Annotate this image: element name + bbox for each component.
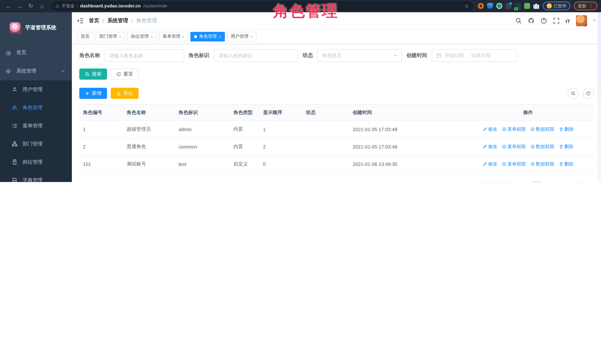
tab-label: 岗位管理 <box>131 33 149 40</box>
page-content: 角色名称 角色标识 状态 角色状态 ▼ 创建时间 <box>72 44 601 182</box>
github-icon[interactable] <box>528 17 534 24</box>
close-icon[interactable]: × <box>250 34 253 39</box>
breadcrumb-system[interactable]: 系统管理 <box>107 17 128 24</box>
dict-book-icon <box>12 177 17 182</box>
help-icon[interactable] <box>541 17 547 24</box>
trash-icon <box>559 127 563 131</box>
browser-menu-kebab-icon[interactable]: ⋮ <box>589 3 593 9</box>
date-range-separator: - <box>467 53 468 58</box>
close-icon[interactable]: × <box>182 34 185 39</box>
bookmark-star-icon[interactable]: ☆ <box>464 3 469 9</box>
edit-link[interactable]: 修改 <box>482 161 497 167</box>
sidebar-item-dict[interactable]: 字典管理 <box>0 171 72 182</box>
browser-scrollbar[interactable] <box>598 12 601 182</box>
browser-back-icon[interactable]: ← <box>4 1 13 11</box>
delete-link[interactable]: 删除 <box>559 161 574 167</box>
active-tab-dot <box>194 35 197 38</box>
sidebar-item-posts[interactable]: 岗位管理 <box>0 153 72 171</box>
sidebar-item-roles[interactable]: 角色管理 <box>0 98 72 117</box>
search-button[interactable]: 搜索 <box>79 69 107 80</box>
cell-role-name: 测试账号 <box>123 161 175 167</box>
menu-list-icon <box>12 123 17 128</box>
sidebar-fold-icon[interactable] <box>77 17 84 24</box>
security-label[interactable]: 不安全 <box>62 3 75 9</box>
sidebar-item-label: 菜单管理 <box>23 122 43 129</box>
edit-label: 修改 <box>488 126 497 132</box>
breadcrumb-home[interactable]: 首页 <box>89 17 99 24</box>
trash-icon <box>559 162 563 166</box>
extension-blue-drop-icon[interactable] <box>487 3 493 9</box>
edit-link[interactable]: 修改 <box>482 144 497 150</box>
breadcrumb-current: 角色管理 <box>136 17 157 24</box>
status-select[interactable]: 角色状态 ▼ <box>317 49 402 62</box>
table-row: 2 普通角色 common 内置 2 2021-01-05 17:03:48 修… <box>79 138 594 156</box>
tab-home[interactable]: 首页 <box>77 32 93 41</box>
data-permission-link[interactable]: 数据权限 <box>530 161 554 167</box>
menu-permission-link[interactable]: 菜单权限 <box>502 126 526 132</box>
export-button[interactable]: 导出 <box>111 88 139 99</box>
refresh-table-button[interactable] <box>583 88 594 99</box>
close-icon[interactable]: × <box>219 34 221 39</box>
menu-permission-link[interactable]: 菜单权限 <box>502 144 526 150</box>
font-size-icon[interactable]: tT <box>566 17 570 24</box>
date-range-picker[interactable]: 开始日期 - 结束日期 <box>431 49 517 62</box>
sidebar-item-menus[interactable]: 菜单管理 <box>0 117 72 135</box>
status-placeholder: 角色状态 <box>322 52 341 59</box>
close-icon[interactable]: × <box>119 34 121 39</box>
add-button[interactable]: 新增 <box>79 88 107 99</box>
chevron-up-icon <box>61 69 65 73</box>
address-bar[interactable]: ⚠ 不安全 dashboard.yudao.iocoder.cn /system… <box>51 1 473 11</box>
extension-orange-icon[interactable] <box>478 3 484 9</box>
data-permission-link[interactable]: 数据权限 <box>530 126 554 132</box>
cell-role-id: 101 <box>79 161 123 167</box>
toggle-search-button[interactable] <box>568 88 579 99</box>
sidebar-item-home[interactable]: 首页 <box>0 43 72 62</box>
browser-home-icon[interactable]: ⌂ <box>37 1 47 11</box>
role-key-label: 角色标识 <box>189 52 209 59</box>
role-name-input[interactable] <box>109 53 179 58</box>
delete-label: 删除 <box>564 126 574 132</box>
close-icon[interactable]: × <box>150 34 153 39</box>
avatar-caret-icon[interactable]: ▼ <box>593 19 596 22</box>
tab-roles[interactable]: 角色管理× <box>190 32 225 41</box>
edit-link[interactable]: 修改 <box>482 126 497 132</box>
reset-button[interactable]: 重置 <box>111 69 139 80</box>
browser-forward-icon[interactable]: → <box>15 1 24 11</box>
app-logo-row[interactable]: 芋道管理系统 <box>0 12 72 43</box>
sidebar-item-system[interactable]: 系统管理 <box>0 62 72 80</box>
cell-role-id: 1 <box>79 127 123 132</box>
extension-robot-icon[interactable] <box>524 3 530 9</box>
tab-users[interactable]: 用户管理× <box>227 32 257 41</box>
extension-green-icon[interactable] <box>496 3 502 9</box>
tags-view-bar: 首页 部门管理× 岗位管理× 菜单管理× 角色管理× 用户管理× <box>72 29 601 44</box>
sidebar-item-users[interactable]: 用户管理 <box>0 80 72 98</box>
role-key-input[interactable] <box>219 53 293 58</box>
delete-link[interactable]: 删除 <box>559 126 574 132</box>
user-avatar[interactable] <box>576 15 587 26</box>
role-name-field <box>104 49 184 62</box>
data-permission-link[interactable]: 数据权限 <box>530 144 554 150</box>
app-header: 首页 / 系统管理 / 角色管理 tT ▼ <box>72 12 601 29</box>
tab-departments[interactable]: 部门管理× <box>96 32 125 41</box>
edit-label: 修改 <box>488 161 497 167</box>
fullscreen-icon[interactable] <box>553 17 560 24</box>
delete-link[interactable]: 删除 <box>559 144 574 150</box>
tab-menus[interactable]: 菜单管理× <box>159 32 188 41</box>
profile-paused-chip[interactable]: 已暂停 <box>542 1 571 10</box>
browser-reload-icon[interactable]: ↻ <box>26 1 36 11</box>
sidebar-item-departments[interactable]: 部门管理 <box>0 135 72 153</box>
extension-dark-icon[interactable]: on <box>515 3 521 9</box>
menu-permission-link[interactable]: 菜单权限 <box>502 161 526 167</box>
user-icon <box>12 87 17 92</box>
tab-label: 部门管理 <box>99 33 117 40</box>
browser-update-chip[interactable]: 更新 ⋮ <box>574 1 598 10</box>
extension-grid-icon[interactable] <box>505 3 511 9</box>
tab-posts[interactable]: 岗位管理× <box>127 32 157 41</box>
start-date-placeholder: 开始日期 <box>444 52 464 59</box>
sidebar-item-label: 岗位管理 <box>23 159 43 165</box>
menu-permission-label: 菜单权限 <box>507 161 526 167</box>
extensions-puzzle-icon[interactable] <box>533 3 539 9</box>
search-icon[interactable] <box>515 17 522 24</box>
col-header-type: 角色类型 <box>230 104 259 120</box>
roles-icon <box>12 105 17 110</box>
